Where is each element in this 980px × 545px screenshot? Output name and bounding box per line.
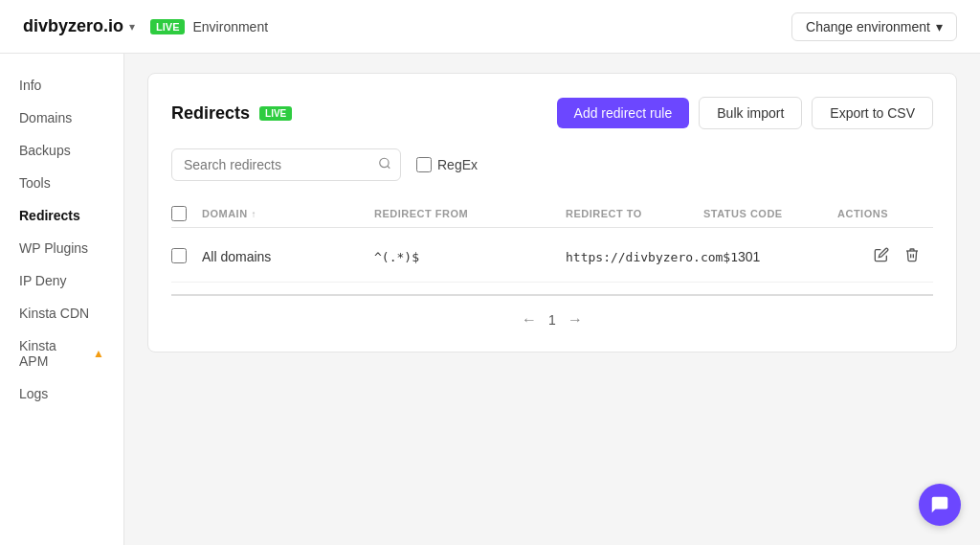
th-status-code-label: STATUS CODE [703,208,783,219]
change-env-chevron-icon: ▾ [936,19,943,34]
row-check [171,248,202,266]
th-domain-label: DOMAIN [202,208,248,219]
th-redirect-from-label: REDIRECT FROM [374,208,468,219]
sidebar-item-kinsta-cdn-label: Kinsta CDN [19,306,89,321]
th-check [171,206,202,221]
redirect-from-value: ^(.*)$ [374,250,419,264]
row-redirect-to: https://divbyzero.com$1 [566,250,738,264]
sidebar-item-ip-deny[interactable]: IP Deny [0,264,123,297]
th-redirect-to: REDIRECT TO [566,206,703,221]
regex-area: RegEx [416,157,478,172]
th-actions-label: ACTIONS [837,208,888,219]
card-actions: Add redirect rule Bulk import Export to … [557,97,933,129]
logo-text: divbyzero.io [23,16,123,36]
table-row: All domains ^(.*)$ https://divbyzero.com… [171,232,933,283]
chat-bubble[interactable] [919,484,961,526]
prev-page-button[interactable]: ← [522,311,537,329]
svg-point-0 [380,158,389,167]
sidebar-item-wp-plugins[interactable]: WP Plugins [0,232,123,264]
th-redirect-to-label: REDIRECT TO [566,208,642,219]
sidebar-item-ip-deny-label: IP Deny [19,273,67,288]
env-label: Environment [192,19,268,34]
regex-checkbox[interactable] [416,157,432,172]
row-checkbox[interactable] [171,248,187,263]
card-title-area: Redirects LIVE [171,103,292,124]
sidebar-item-domains[interactable]: Domains [0,102,123,134]
search-input[interactable] [171,148,401,181]
edit-icon [874,247,889,262]
sidebar-item-redirects[interactable]: Redirects [0,199,123,232]
change-environment-button[interactable]: Change environment ▾ [791,12,957,41]
sidebar-item-tools[interactable]: Tools [0,167,123,199]
next-page-button[interactable]: → [568,311,583,329]
trash-icon [904,247,920,262]
pagination: ← 1 → [171,311,933,329]
search-icon-button[interactable] [378,157,391,173]
content-card: Redirects LIVE Add redirect rule Bulk im… [147,73,957,352]
select-all-checkbox[interactable] [171,206,187,221]
sidebar-item-redirects-label: Redirects [19,208,80,223]
sidebar-item-kinsta-apm[interactable]: Kinsta APM ▲ [0,329,123,377]
sidebar-item-logs-label: Logs [19,386,48,401]
row-actions [872,245,968,268]
sidebar-item-kinsta-apm-label: Kinsta APM [19,338,87,369]
change-env-label: Change environment [806,19,930,34]
th-status-code: STATUS CODE [703,206,837,221]
card-live-badge: LIVE [259,106,292,121]
sidebar-item-backups[interactable]: Backups [0,134,123,167]
content-area: Redirects LIVE Add redirect rule Bulk im… [124,54,980,545]
row-redirect-from: ^(.*)$ [374,250,566,264]
card-title: Redirects [171,103,250,124]
edit-button[interactable] [872,245,891,268]
export-csv-button[interactable]: Export to CSV [812,97,933,129]
redirects-table: DOMAIN ↑ REDIRECT FROM REDIRECT TO STATU… [171,200,933,329]
live-badge: LIVE [150,19,185,34]
domain-value: All domains [202,249,271,264]
sidebar-item-kinsta-cdn[interactable]: Kinsta CDN [0,297,123,329]
main-layout: Info Domains Backups Tools Redirects WP … [0,54,980,545]
header-left: divbyzero.io ▾ LIVE Environment [23,16,268,36]
status-code-value: 301 [738,249,760,264]
env-badge: LIVE Environment [150,19,268,34]
chat-icon [929,494,950,515]
redirect-to-value: https://divbyzero.com$1 [566,250,738,264]
card-header: Redirects LIVE Add redirect rule Bulk im… [171,97,933,129]
sidebar-item-tools-label: Tools [19,175,51,191]
sidebar-item-backups-label: Backups [19,143,71,158]
sidebar: Info Domains Backups Tools Redirects WP … [0,54,124,545]
row-status-code: 301 [738,249,872,264]
row-domain: All domains [202,249,374,264]
search-row: RegEx [171,148,933,181]
add-redirect-rule-button[interactable]: Add redirect rule [557,98,690,128]
sidebar-item-info-label: Info [19,78,41,93]
logo-area[interactable]: divbyzero.io ▾ [23,16,135,36]
current-page: 1 [548,312,556,328]
delete-button[interactable] [902,245,922,268]
search-input-wrap [171,148,401,181]
th-redirect-from: REDIRECT FROM [374,206,566,221]
regex-label: RegEx [437,157,478,172]
sidebar-item-wp-plugins-label: WP Plugins [19,240,88,256]
th-domain: DOMAIN ↑ [202,206,374,221]
table-header: DOMAIN ↑ REDIRECT FROM REDIRECT TO STATU… [171,200,933,228]
bulk-import-button[interactable]: Bulk import [699,97,802,129]
sidebar-item-info[interactable]: Info [0,69,123,102]
top-header: divbyzero.io ▾ LIVE Environment Change e… [0,0,980,54]
sidebar-item-domains-label: Domains [19,110,72,125]
svg-line-1 [388,166,390,169]
sidebar-item-logs[interactable]: Logs [0,377,123,410]
logo-chevron-icon: ▾ [129,20,135,34]
domain-sort-icon[interactable]: ↑ [252,209,257,219]
search-icon [378,157,391,170]
th-actions: ACTIONS [837,206,933,221]
warning-icon: ▲ [93,347,104,360]
